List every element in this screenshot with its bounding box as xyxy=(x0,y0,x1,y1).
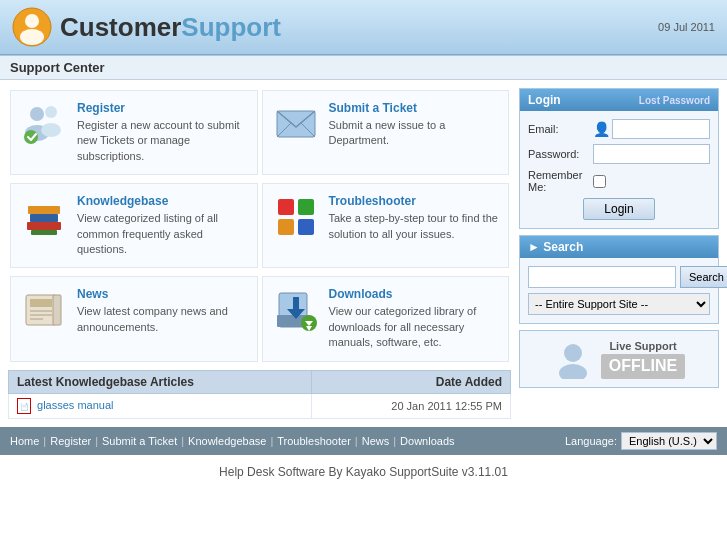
header: CustomerSupport 09 Jul 2011 xyxy=(0,0,727,55)
footer-sep-4: | xyxy=(270,435,273,447)
kb-col-articles: Latest Knowledgebase Articles xyxy=(9,370,312,393)
login-box: Login Lost Password Email: 👤 Password: R… xyxy=(519,88,719,229)
search-scope-select[interactable]: -- Entire Support Site -- xyxy=(528,293,710,315)
svg-rect-14 xyxy=(298,199,314,215)
svg-point-6 xyxy=(41,123,61,137)
lost-password-link[interactable]: Lost Password xyxy=(639,95,710,106)
register-text: Register Register a new account to submi… xyxy=(77,101,247,164)
svg-rect-15 xyxy=(278,219,294,235)
footer-nav: Home | Register | Submit a Ticket | Know… xyxy=(0,427,727,455)
submit-ticket-title[interactable]: Submit a Ticket xyxy=(329,101,499,115)
password-field[interactable] xyxy=(593,144,710,164)
live-support-avatar-icon xyxy=(553,339,593,379)
kb-articles-table: Latest Knowledgebase Articles Date Added… xyxy=(8,370,511,419)
knowledgebase-text: Knowledgebase View categorized listing o… xyxy=(77,194,247,257)
footer-links: Home | Register | Submit a Ticket | Know… xyxy=(10,435,455,447)
downloads-title[interactable]: Downloads xyxy=(329,287,499,301)
knowledgebase-icon xyxy=(21,194,67,240)
svg-rect-12 xyxy=(31,230,57,235)
grid-row-2: Knowledgebase View categorized listing o… xyxy=(8,181,511,270)
logo-icon xyxy=(12,7,52,47)
email-row: Email: 👤 xyxy=(528,119,710,139)
svg-point-5 xyxy=(45,106,57,118)
live-support-inner: Live Support OFFLINE xyxy=(528,339,710,379)
search-header: ► Search xyxy=(520,236,718,258)
footer-link-submit-ticket[interactable]: Submit a Ticket xyxy=(102,435,177,447)
svg-point-2 xyxy=(20,29,44,45)
footer-link-home[interactable]: Home xyxy=(10,435,39,447)
troubleshooter-desc: Take a step-by-step tour to find the sol… xyxy=(329,211,499,242)
site-title: CustomerSupport xyxy=(60,12,281,43)
live-support-text: Live Support OFFLINE xyxy=(601,339,685,378)
troubleshooter-text: Troubleshooter Take a step-by-step tour … xyxy=(329,194,499,242)
kb-article-title: 📄 glasses manual xyxy=(9,393,312,418)
svg-point-30 xyxy=(559,364,587,379)
footer-sep-6: | xyxy=(393,435,396,447)
remember-checkbox[interactable] xyxy=(593,175,606,188)
svg-point-7 xyxy=(24,130,38,144)
troubleshooter-icon xyxy=(273,194,319,240)
left-panel: Register Register a new account to submi… xyxy=(8,88,511,419)
svg-rect-22 xyxy=(53,295,61,325)
search-row: Search xyxy=(528,266,710,288)
footer-sep-1: | xyxy=(43,435,46,447)
register-title[interactable]: Register xyxy=(77,101,247,115)
footer-link-news[interactable]: News xyxy=(362,435,390,447)
svg-rect-13 xyxy=(278,199,294,215)
news-title[interactable]: News xyxy=(77,287,247,301)
news-text: News View latest company news and announ… xyxy=(77,287,247,335)
email-field[interactable] xyxy=(612,119,710,139)
kb-col-date: Date Added xyxy=(311,370,510,393)
language-select[interactable]: English (U.S.) xyxy=(621,432,717,450)
grid-item-downloads: Downloads View our categorized library o… xyxy=(262,276,510,361)
login-section-label: Login xyxy=(528,93,561,107)
search-input[interactable] xyxy=(528,266,676,288)
svg-point-3 xyxy=(30,107,44,121)
downloads-icon xyxy=(273,287,319,333)
search-button[interactable]: Search xyxy=(680,266,727,288)
email-label: Email: xyxy=(528,123,593,135)
footer-credit: Help Desk Software By Kayako SupportSuit… xyxy=(0,455,727,489)
footer-link-troubleshooter[interactable]: Troubleshooter xyxy=(277,435,351,447)
grid-item-knowledgebase: Knowledgebase View categorized listing o… xyxy=(10,183,258,268)
login-button[interactable]: Login xyxy=(583,198,654,220)
title-customer: Customer xyxy=(60,12,181,42)
footer-sep-3: | xyxy=(181,435,184,447)
svg-rect-11 xyxy=(28,206,60,214)
grid-row-1: Register Register a new account to submi… xyxy=(8,88,511,177)
footer-link-register[interactable]: Register xyxy=(50,435,91,447)
header-date: 09 Jul 2011 xyxy=(658,21,715,33)
knowledgebase-title[interactable]: Knowledgebase xyxy=(77,194,247,208)
live-support-label: Live Support xyxy=(601,339,685,353)
news-desc: View latest company news and announcemen… xyxy=(77,304,247,335)
svg-rect-18 xyxy=(30,299,52,307)
remember-row: Remember Me: xyxy=(528,169,710,193)
submit-ticket-text: Submit a Ticket Submit a new issue to a … xyxy=(329,101,499,149)
grid-item-news: News View latest company news and announ… xyxy=(10,276,258,361)
troubleshooter-title[interactable]: Troubleshooter xyxy=(329,194,499,208)
footer-sep-2: | xyxy=(95,435,98,447)
downloads-desc: View our categorized library of download… xyxy=(329,304,499,350)
svg-point-29 xyxy=(564,344,582,362)
title-support: Support xyxy=(181,12,281,42)
live-support-status: OFFLINE xyxy=(601,354,685,379)
kb-article-link[interactable]: glasses manual xyxy=(37,398,113,410)
password-label: Password: xyxy=(528,148,593,160)
doc-icon: 📄 xyxy=(17,398,31,414)
footer-link-knowledgebase[interactable]: Knowledgebase xyxy=(188,435,266,447)
kb-article-date: 20 Jan 2011 12:55 PM xyxy=(311,393,510,418)
search-body: Search -- Entire Support Site -- xyxy=(520,258,718,323)
knowledgebase-desc: View categorized listing of all common f… xyxy=(77,211,247,257)
register-desc: Register a new account to submit new Tic… xyxy=(77,118,247,164)
table-row: 📄 glasses manual 20 Jan 2011 12:55 PM xyxy=(9,393,511,418)
grid-item-troubleshooter: Troubleshooter Take a step-by-step tour … xyxy=(262,183,510,268)
email-input-wrap: 👤 xyxy=(593,119,710,139)
grid-item-register: Register Register a new account to submi… xyxy=(10,90,258,175)
footer-link-downloads[interactable]: Downloads xyxy=(400,435,454,447)
svg-rect-10 xyxy=(30,214,58,222)
register-icon xyxy=(21,101,67,147)
live-support-box: Live Support OFFLINE xyxy=(519,330,719,388)
password-row: Password: xyxy=(528,144,710,164)
main-content: Register Register a new account to submi… xyxy=(0,80,727,427)
language-label: Language: xyxy=(565,435,617,447)
